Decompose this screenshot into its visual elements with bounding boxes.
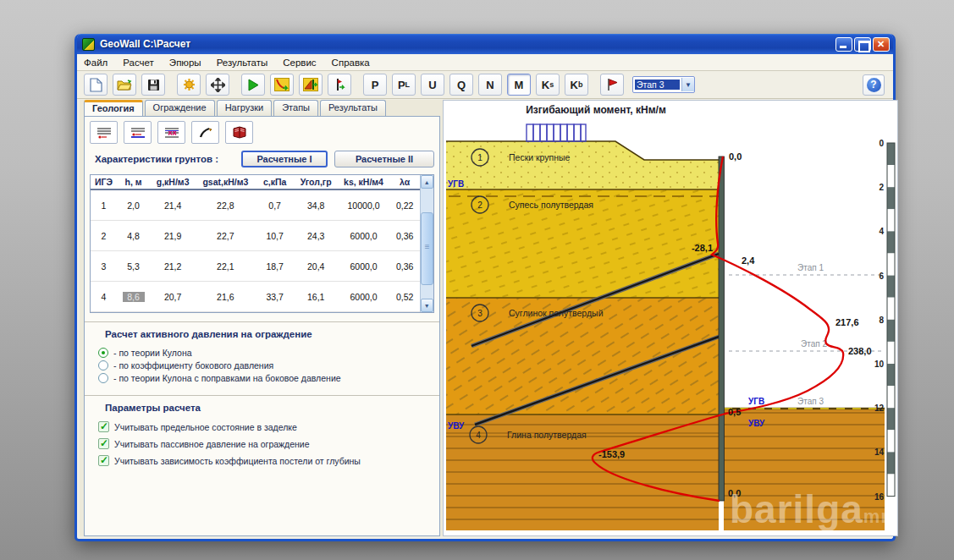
svg-text:14: 14 <box>874 447 885 457</box>
active-pressure-section: Расчет активного давления на ограждение … <box>90 329 434 383</box>
layer-1-name: Пески крупные <box>509 152 571 162</box>
maximize-button[interactable] <box>854 37 871 52</box>
table-scrollbar[interactable]: ▲ ▼ <box>420 175 433 312</box>
open-file-button[interactable] <box>113 74 136 96</box>
distributed-load-icon <box>527 124 586 141</box>
displacement-diagram-button[interactable] <box>328 74 351 96</box>
active-pressure-title: Расчет активного давления на ограждение <box>105 329 434 339</box>
stage-select[interactable]: Этап 3 ▼ <box>632 76 695 93</box>
col-la[interactable]: λα <box>390 175 420 189</box>
col-ks[interactable]: ks, кН/м4 <box>337 175 389 189</box>
moment-min: -153,9 <box>598 449 625 459</box>
col-g[interactable]: g,кН/м3 <box>150 175 196 189</box>
pan-button[interactable] <box>206 74 229 96</box>
edit-layer-button[interactable] <box>191 121 219 144</box>
kb-button[interactable]: Kb <box>565 74 588 96</box>
moment-diagram-button[interactable] <box>270 74 294 96</box>
layer-toolbar <box>90 121 434 144</box>
flag-icon <box>606 78 619 91</box>
scroll-down-icon[interactable]: ▼ <box>421 299 433 312</box>
design-values-1-button[interactable]: Расчетные I <box>241 151 328 167</box>
force-u-label: U <box>428 79 436 91</box>
table-row[interactable]: 24,821,922,710,724,36000,00,36 <box>91 221 420 251</box>
moment-top: 0,0 <box>729 151 742 162</box>
menu-results[interactable]: Результаты <box>217 58 268 68</box>
add-layer-above-button[interactable] <box>90 121 118 144</box>
menu-service[interactable]: Сервис <box>283 58 316 68</box>
moment-anchor-right: 2,4 <box>742 255 755 266</box>
cross-section-diagram: Этап 1 Этап 2 Этап 3 0,0 -28,1 2,4 217,6… <box>444 118 897 536</box>
force-pl-button[interactable]: PL <box>392 74 416 96</box>
menu-help[interactable]: Справка <box>332 58 370 68</box>
soil-characteristics-row: Характеристики грунтов : Расчетные I Рас… <box>90 151 434 167</box>
table-row[interactable]: 48,620,721,633,716,16000,00,52 <box>91 282 420 312</box>
force-n-button[interactable]: N <box>478 74 502 96</box>
table-row[interactable]: 12,021,422,80,734,810000,00,22 <box>91 189 420 221</box>
calc-parameters-section: Параметры расчета Учитывать предельное с… <box>90 403 434 466</box>
svg-text:0: 0 <box>879 139 884 148</box>
layer-2-name: Супесь полутвердая <box>509 200 593 210</box>
tab-results[interactable]: Результаты <box>320 100 386 116</box>
insert-layer-button[interactable] <box>124 121 152 144</box>
menu-calc[interactable]: Расчет <box>123 58 154 68</box>
stage-flag-button[interactable] <box>600 74 624 96</box>
col-h[interactable]: h, м <box>117 175 150 189</box>
force-u-button[interactable]: U <box>421 74 444 96</box>
ugv-left-label: УГВ <box>448 179 464 189</box>
scroll-up-icon[interactable]: ▲ <box>421 175 433 189</box>
scrollbar-thumb[interactable] <box>421 212 433 285</box>
design-values-2-button[interactable]: Расчетные II <box>334 151 434 167</box>
uvu-right-label: УВУ <box>748 419 765 428</box>
stage-select-value: Этап 3 <box>635 80 680 90</box>
ks-button[interactable]: Ks <box>536 74 560 96</box>
pressure-diagram-button[interactable] <box>299 74 323 96</box>
options-button[interactable] <box>177 74 201 96</box>
force-p-button[interactable]: P <box>363 74 387 96</box>
tab-geology[interactable]: Геология <box>84 100 143 116</box>
col-angle[interactable]: Угол,гр <box>295 175 338 189</box>
app-logo-icon <box>82 38 95 51</box>
checkbox-subgrade-depth[interactable] <box>98 455 109 466</box>
ugv-right-label: УГВ <box>748 397 764 406</box>
soil-catalog-button[interactable] <box>225 121 253 144</box>
radio-coulomb[interactable] <box>98 348 108 358</box>
checkbox-passive-pressure[interactable] <box>98 438 109 449</box>
stage1-label: Этап 1 <box>797 263 824 272</box>
save-button[interactable] <box>141 74 165 96</box>
col-ige[interactable]: ИГЭ <box>91 175 117 189</box>
checkbox-limit-state[interactable] <box>98 421 109 432</box>
moment-max2: 238,0 <box>848 346 872 356</box>
tab-loads[interactable]: Нагрузки <box>217 100 273 116</box>
radio-lateral-coefficient[interactable] <box>98 360 108 371</box>
save-icon <box>147 79 160 91</box>
new-document-button[interactable] <box>84 74 108 96</box>
close-button[interactable] <box>873 37 890 52</box>
calc-parameters-title: Параметры расчета <box>105 403 434 413</box>
help-button[interactable]: ? <box>863 74 885 96</box>
force-q-label: Q <box>457 79 466 91</box>
layer-4-num: 4 <box>476 431 481 440</box>
soil-characteristics-label: Характеристики грунтов : <box>95 154 234 164</box>
svg-text:8: 8 <box>879 316 884 325</box>
radio-lateral-coefficient-label: - по коэффициенту бокового давления <box>113 360 273 371</box>
tab-wall[interactable]: Ограждение <box>145 100 215 116</box>
run-calculation-button[interactable] <box>241 74 265 96</box>
tab-stages[interactable]: Этапы <box>273 100 318 116</box>
selected-cell[interactable]: 8,6 <box>123 292 145 302</box>
menu-file[interactable]: Файл <box>84 58 108 68</box>
col-gsat[interactable]: gsat,кН/м3 <box>196 175 255 189</box>
menu-diagrams[interactable]: Эпюры <box>169 58 201 68</box>
minimize-button[interactable] <box>835 37 852 52</box>
stage3-label: Этап 3 <box>797 397 824 406</box>
col-c[interactable]: с,кПа <box>255 175 295 189</box>
chevron-down-icon: ▼ <box>681 78 694 91</box>
table-row[interactable]: 35,321,222,118,720,46000,00,36 <box>91 251 420 282</box>
radio-coulomb-corrected[interactable] <box>98 373 108 383</box>
moment-m-label: M <box>515 79 524 91</box>
left-panel: Геология Ограждение Нагрузки Этапы Резул… <box>84 100 440 536</box>
delete-layer-button[interactable] <box>157 121 185 144</box>
displacement-diagram-icon <box>332 78 347 91</box>
force-q-button[interactable]: Q <box>449 74 473 96</box>
moment-m-button[interactable]: M <box>507 74 531 96</box>
book-icon <box>232 126 247 139</box>
